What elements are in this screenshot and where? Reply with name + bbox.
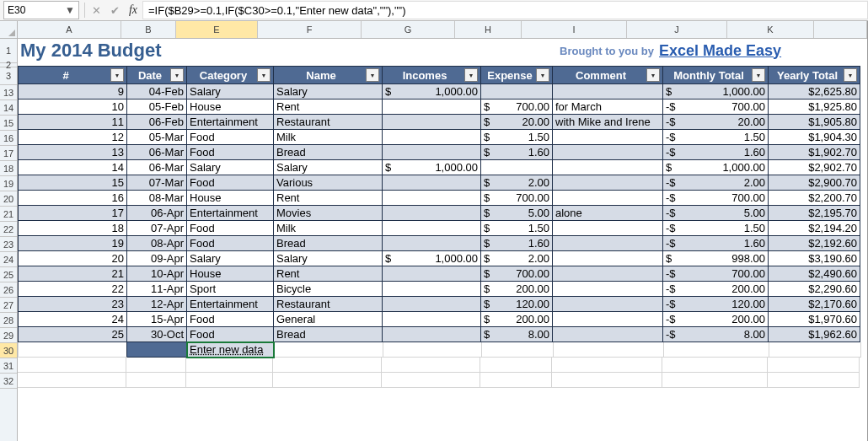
cell-comment[interactable]: for March <box>553 99 663 115</box>
row-header-13[interactable]: 13 <box>0 85 17 100</box>
cell-number[interactable]: 16 <box>18 191 127 206</box>
cell-monthly-total[interactable]: $200.00 <box>663 312 769 327</box>
empty-cell[interactable] <box>768 373 860 388</box>
cell-comment[interactable] <box>553 251 663 266</box>
cell-empty[interactable] <box>769 342 861 358</box>
cell-empty[interactable] <box>554 342 664 358</box>
cell-name[interactable]: Restaurant <box>274 297 383 312</box>
cell-yearly-total[interactable]: $2,194.20 <box>769 221 860 236</box>
cell-income[interactable] <box>383 145 481 160</box>
table-row[interactable]: 1908-AprFoodBread$1.60$1.60$2,192.60 <box>18 236 867 251</box>
cell-number[interactable]: 25 <box>18 327 127 342</box>
cell-expense[interactable]: $8.00 <box>481 327 553 342</box>
row-header-25[interactable]: 25 <box>0 267 17 282</box>
cell-number[interactable]: 10 <box>18 99 127 115</box>
cell-yearly-total[interactable]: $2,290.60 <box>769 282 860 297</box>
table-row[interactable]: 1005-FebHouseRent$700.00for March$700.00… <box>18 99 867 115</box>
cell-number[interactable]: 24 <box>18 312 127 327</box>
cell-name[interactable]: Salary <box>274 251 383 266</box>
cell-date[interactable]: 05-Feb <box>127 99 187 115</box>
cell-category[interactable]: Entertainment <box>187 206 274 221</box>
cell-date[interactable]: 08-Mar <box>127 191 187 206</box>
cell-income[interactable] <box>383 297 481 312</box>
cell-date[interactable]: 06-Apr <box>127 206 187 221</box>
cell-empty[interactable] <box>482 342 554 358</box>
table-row[interactable]: 1106-FebEntertainmentRestaurant$20.00wit… <box>18 115 867 130</box>
table-row[interactable]: 904-FebSalarySalary$1,000.00$1,000.00$2,… <box>18 84 867 99</box>
cell-monthly-total[interactable]: $1.60 <box>663 236 769 251</box>
cell-empty[interactable] <box>274 342 383 358</box>
cell-expense[interactable]: $200.00 <box>481 282 553 297</box>
cell-monthly-total[interactable]: $700.00 <box>663 266 769 282</box>
cell-expense[interactable]: $5.00 <box>481 206 553 221</box>
cell-income[interactable] <box>383 236 481 251</box>
cell-category[interactable]: Food <box>187 145 274 160</box>
cell-category[interactable]: House <box>187 191 274 206</box>
cell-comment[interactable] <box>553 84 663 99</box>
table-row[interactable]: 2312-AprEntertainmentRestaurant$120.00$1… <box>18 297 867 312</box>
cell-monthly-total[interactable]: $20.00 <box>663 115 769 130</box>
cell-income[interactable] <box>383 130 481 145</box>
empty-cell[interactable] <box>382 358 480 373</box>
cell-expense[interactable]: $700.00 <box>481 99 553 115</box>
cell-yearly-total[interactable]: $2,170.60 <box>769 297 860 312</box>
cell-expense[interactable]: $2.00 <box>481 251 553 266</box>
cell-category[interactable]: House <box>187 266 274 282</box>
table-row[interactable]: 2110-AprHouseRent$700.00$700.00$2,490.60 <box>18 266 867 282</box>
cell-comment[interactable] <box>553 221 663 236</box>
cell-date[interactable]: 06-Mar <box>127 160 187 175</box>
cell-name[interactable]: Milk <box>274 221 383 236</box>
row-header-20[interactable]: 20 <box>0 191 17 207</box>
cell-expense[interactable] <box>481 84 553 99</box>
cell-empty[interactable] <box>664 342 769 358</box>
cell-date[interactable]: 06-Feb <box>127 115 187 130</box>
table-row[interactable]: 2415-AprFoodGeneral$200.00$200.00$1,970.… <box>18 312 867 327</box>
cell-income[interactable] <box>383 327 481 342</box>
empty-cell[interactable] <box>273 358 382 373</box>
table-row[interactable]: 2009-AprSalarySalary$1,000.00$2.00$998.0… <box>18 251 867 266</box>
cell-date[interactable]: 07-Apr <box>127 221 187 236</box>
table-row-new[interactable]: Enter new data <box>18 342 867 358</box>
cell-name[interactable]: Bread <box>274 327 383 342</box>
cell-expense[interactable]: $1.50 <box>481 130 553 145</box>
cell-income[interactable] <box>383 221 481 236</box>
table-row[interactable]: 1706-AprEntertainmentMovies$5.00alone$5.… <box>18 206 867 221</box>
chevron-down-icon[interactable]: ▼ <box>65 4 75 16</box>
cell-category[interactable]: Food <box>187 236 274 251</box>
cell-comment[interactable] <box>553 175 663 191</box>
row-header-23[interactable]: 23 <box>0 237 17 252</box>
cell-date[interactable]: 30-Oct <box>127 327 187 342</box>
cell-income[interactable] <box>383 206 481 221</box>
cell-number[interactable] <box>18 342 127 358</box>
table-header-#[interactable]: #▼ <box>18 66 127 84</box>
table-header-name[interactable]: Name▼ <box>274 66 383 84</box>
table-row[interactable]: 2530-OctFoodBread$8.00$8.00$1,962.60 <box>18 327 867 342</box>
cell-comment[interactable]: alone <box>553 206 663 221</box>
cell-monthly-total[interactable]: $8.00 <box>663 327 769 342</box>
row-header-15[interactable]: 15 <box>0 116 17 131</box>
cell-date[interactable]: 12-Apr <box>127 297 187 312</box>
cell-yearly-total[interactable]: $1,902.70 <box>769 145 860 160</box>
row-header-3[interactable]: 3 <box>0 67 17 85</box>
row-header-14[interactable]: 14 <box>0 100 17 116</box>
table-header-comment[interactable]: Comment▼ <box>553 66 663 84</box>
filter-button[interactable]: ▼ <box>536 68 549 82</box>
cell-comment[interactable] <box>553 145 663 160</box>
empty-cell[interactable] <box>552 358 662 373</box>
cell-monthly-total[interactable]: $1.60 <box>663 145 769 160</box>
empty-cell[interactable] <box>18 358 126 373</box>
table-row[interactable]: 1507-MarFoodVarious$2.00$2.00$2,900.70 <box>18 175 867 191</box>
accept-formula-icon[interactable]: ✔ <box>105 1 124 19</box>
filter-button[interactable]: ▼ <box>257 68 271 82</box>
table-header-category[interactable]: Category▼ <box>187 66 274 84</box>
cell-monthly-total[interactable]: $120.00 <box>663 297 769 312</box>
cell-income[interactable]: $1,000.00 <box>383 251 481 266</box>
cell-yearly-total[interactable]: $2,195.70 <box>769 206 860 221</box>
cell-category[interactable]: Sport <box>187 282 274 297</box>
cell-expense[interactable]: $120.00 <box>481 297 553 312</box>
cell-comment[interactable] <box>553 236 663 251</box>
column-header-J[interactable]: J <box>627 21 727 38</box>
cancel-formula-icon[interactable]: ✕ <box>87 1 105 19</box>
cell-income[interactable] <box>383 266 481 282</box>
empty-cell[interactable] <box>186 373 273 388</box>
